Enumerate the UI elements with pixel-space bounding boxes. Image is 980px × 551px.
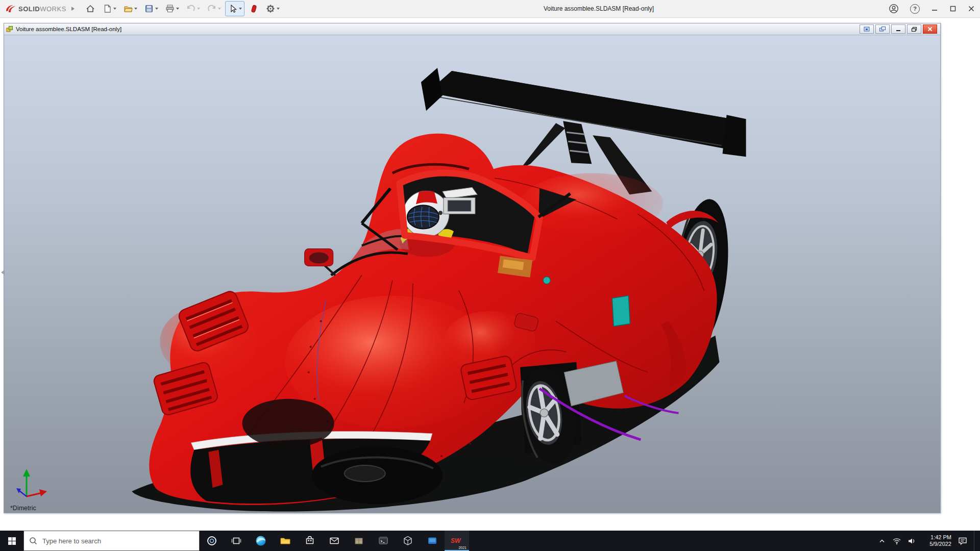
- taskbar-icon-media[interactable]: [420, 531, 445, 551]
- dropdown-arrow-icon[interactable]: [134, 8, 137, 10]
- taskbar-icon-file-explorer[interactable]: [273, 531, 298, 551]
- minimize-button[interactable]: [931, 5, 938, 12]
- options-button[interactable]: [263, 1, 282, 16]
- rearview-mirror[interactable]: [443, 187, 477, 214]
- redo-icon: [207, 4, 217, 14]
- view-orientation-label: *Dimetric: [10, 505, 36, 512]
- component-icon: [249, 4, 259, 14]
- main-toolbar: [83, 1, 282, 16]
- taskbar-clock[interactable]: 1:42 PM 5/9/2022: [922, 534, 951, 547]
- restore-icon: [911, 27, 917, 32]
- folder-icon: [279, 535, 291, 547]
- clock-time: 1:42 PM: [922, 534, 951, 541]
- save-button[interactable]: [141, 1, 161, 16]
- select-cursor-icon: [228, 4, 238, 14]
- brand-works: WORKS: [40, 5, 66, 13]
- save-icon: [144, 4, 154, 14]
- network-icon[interactable]: [892, 537, 901, 545]
- doc-window-button-a[interactable]: [860, 24, 874, 34]
- home-icon: [85, 4, 95, 14]
- car-model-canvas[interactable]: [4, 35, 940, 513]
- print-icon: [165, 4, 175, 14]
- taskbar-icon-cortana[interactable]: [200, 531, 224, 551]
- edge-icon: [255, 535, 267, 547]
- taskbar-icon-store[interactable]: [298, 531, 322, 551]
- search-input[interactable]: [41, 537, 199, 545]
- brand-name: SOLIDWORKS: [18, 5, 66, 13]
- doc-window-button-b[interactable]: [875, 24, 890, 34]
- cortana-icon: [206, 535, 217, 546]
- home-button[interactable]: [83, 1, 98, 16]
- dropdown-arrow-icon: [197, 8, 200, 10]
- clock-date: 5/9/2022: [922, 541, 951, 547]
- taskbar-icon-task-view[interactable]: [224, 531, 249, 551]
- close-icon: [927, 27, 933, 32]
- minimize-icon: [895, 27, 901, 32]
- dropdown-arrow-icon[interactable]: [155, 8, 158, 10]
- document-title: Voiture assomblee.SLDASM [Read-only]: [16, 26, 121, 32]
- dropdown-arrow-icon: [218, 8, 221, 10]
- undo-icon: [186, 4, 196, 14]
- start-button[interactable]: [0, 531, 23, 551]
- component-tool-button[interactable]: [246, 1, 261, 16]
- open-button[interactable]: [120, 1, 140, 16]
- app-title: Voiture assomblee.SLDASM [Read-only]: [544, 0, 654, 17]
- assembly-doc-icon: [6, 26, 13, 33]
- brand-solid: SOLID: [18, 5, 40, 13]
- graphics-viewport[interactable]: *Dimetric: [4, 35, 940, 513]
- doc-close-button[interactable]: [923, 24, 937, 34]
- show-desktop-button[interactable]: [974, 531, 977, 551]
- solidworks-version-badge: 2021: [458, 546, 467, 549]
- mail-icon: [328, 535, 340, 547]
- open-folder-icon: [123, 4, 133, 14]
- close-button[interactable]: [968, 5, 975, 12]
- select-tool-button[interactable]: [225, 1, 244, 16]
- print-button[interactable]: [162, 1, 182, 16]
- doc-button-b-icon: [879, 26, 886, 32]
- taskbar-icon-3d-viewer[interactable]: [396, 531, 420, 551]
- taskbar-icon-solidworks[interactable]: SW 2021: [445, 531, 469, 551]
- app-titlebar: SOLIDWORKS: [0, 0, 980, 18]
- action-center-icon[interactable]: [958, 536, 968, 545]
- taskbar-search[interactable]: [23, 531, 200, 551]
- doc-minimize-button[interactable]: [891, 24, 905, 34]
- gear-icon: [265, 4, 276, 14]
- doc-restore-button[interactable]: [907, 24, 921, 34]
- new-document-button[interactable]: [100, 1, 119, 16]
- tray-expand-icon[interactable]: [878, 537, 886, 544]
- undo-button[interactable]: [183, 1, 203, 16]
- task-pane-collapse-icon[interactable]: [1, 270, 5, 275]
- new-document-icon: [102, 4, 112, 14]
- taskbar-icon-mail[interactable]: [322, 531, 347, 551]
- menu-expand-icon[interactable]: [71, 7, 75, 11]
- front-left-wheel[interactable]: [312, 447, 443, 504]
- media-app-icon: [426, 535, 438, 547]
- document-window: Voiture assomblee.SLDASM [Read-only]: [4, 23, 941, 513]
- dropdown-arrow-icon[interactable]: [176, 8, 179, 10]
- taskbar-icon-package[interactable]: [347, 531, 371, 551]
- document-titlebar[interactable]: Voiture assomblee.SLDASM [Read-only]: [4, 23, 940, 35]
- orientation-triad[interactable]: [12, 465, 53, 505]
- dropdown-arrow-icon[interactable]: [239, 8, 242, 10]
- search-icon: [29, 537, 37, 545]
- svg-text:SW: SW: [451, 537, 461, 544]
- solidworks-logo[interactable]: SOLIDWORKS: [0, 4, 66, 14]
- terminal-icon: [377, 535, 389, 547]
- doc-button-a-icon: [863, 26, 870, 32]
- taskbar-icon-terminal[interactable]: [371, 531, 396, 551]
- redo-button[interactable]: [204, 1, 224, 16]
- window-controls: ?: [889, 0, 975, 17]
- taskbar-icon-edge[interactable]: [249, 531, 273, 551]
- task-view-icon: [231, 536, 241, 546]
- dropdown-arrow-icon[interactable]: [277, 8, 280, 10]
- solidworks-mark-icon: [5, 4, 16, 14]
- dropdown-arrow-icon[interactable]: [113, 8, 116, 10]
- volume-icon[interactable]: [908, 537, 916, 545]
- maximize-button[interactable]: [949, 5, 957, 12]
- account-icon[interactable]: [889, 4, 899, 14]
- cube-icon: [402, 535, 414, 547]
- solidworks-app-icon: SW: [450, 535, 463, 546]
- help-icon[interactable]: ?: [910, 4, 920, 14]
- store-bag-icon: [304, 535, 316, 547]
- document-window-buttons: [860, 24, 938, 34]
